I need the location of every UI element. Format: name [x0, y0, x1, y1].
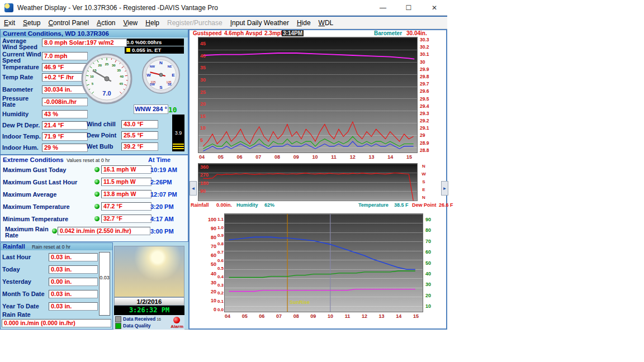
month-to-date-label: Month To Date [2, 291, 45, 297]
max-temperature-value: 47.2 °F [101, 202, 151, 211]
tick-label: 15 [406, 154, 412, 161]
menu-wdl[interactable]: WDL [315, 17, 338, 28]
menu-hide[interactable]: Hide [293, 17, 315, 28]
menu-help[interactable]: Help [141, 17, 163, 28]
tick-label: N [420, 164, 427, 169]
wind-direction-chart-svg [198, 164, 418, 201]
last-hour-value: 0.03 in. [49, 253, 98, 261]
direction-letter-ticks: NWSEN [420, 163, 427, 201]
tick-label: 28.9 [420, 140, 437, 146]
menu-view[interactable]: View [119, 17, 141, 28]
scroll-right-button[interactable]: ► [441, 181, 448, 196]
tick-label: 30 [204, 280, 216, 285]
menu-exit[interactable]: Exit [0, 17, 19, 28]
tick-label: 30 [420, 59, 437, 65]
dew-point-footer-value: 26.6 F [439, 202, 453, 208]
menu-control-panel[interactable]: Control Panel [44, 17, 93, 28]
min-temperature-time: 4:17 AM [150, 216, 174, 222]
svg-text:10: 10 [90, 75, 94, 78]
tick-label: 13 [368, 154, 374, 161]
tick-label: 0.6 [216, 258, 224, 263]
tick-label: 13 [379, 313, 385, 320]
wind-chill-value: 43.0 °F [121, 120, 158, 128]
tick-label: 06 [237, 154, 243, 161]
tick-label: 14 [387, 154, 393, 161]
tick-label: 29.7 [420, 81, 437, 87]
minimize-button[interactable]: — [370, 0, 396, 16]
humidity-value: 43 % [42, 110, 88, 118]
rainfall-title: Rainfall [3, 243, 25, 250]
indoor-temp-label: Indoor Temp. [2, 134, 41, 140]
maximize-button[interactable]: ☐ [396, 0, 422, 16]
indoor-hum-value: 29 % [42, 144, 88, 152]
wind-chill-label: Wind chill [87, 121, 116, 127]
status-led [94, 204, 100, 209]
svg-text:40: 40 [120, 75, 124, 78]
menu-action[interactable]: Action [93, 17, 119, 28]
max-average-time: 12:07 PM [150, 191, 177, 198]
charts-panel: Gustspeed 4.6mph Avspd 2.3mph 3:14PM Bar… [188, 29, 447, 330]
solar-bar-value: 3.9 [172, 130, 184, 136]
series-wind-direction [203, 173, 413, 202]
current-conditions-header: Current Conditions, WD 10.37R306 [1, 30, 188, 37]
series-barometer [203, 53, 414, 59]
tick-label: 0.3 [216, 283, 224, 288]
wind-barometer-chart-svg [198, 37, 418, 153]
humidity-footer-value: 62% [264, 202, 274, 208]
tick-label: 30 [200, 77, 211, 83]
month-to-date-value: 0.03 in. [49, 290, 98, 298]
wind-speed-dial-gauge: 510152025303540457.0 [81, 53, 132, 104]
solar-bar-stripe [173, 148, 184, 149]
menu-setup[interactable]: Setup [19, 17, 44, 28]
tick-label: 0.2 [216, 290, 224, 296]
today-label: Today [2, 266, 20, 273]
gust-legend-label: Gustspeed [193, 30, 222, 36]
alarm-indicator-icon[interactable] [173, 317, 180, 323]
temp-rate-label: Temp Rate [2, 74, 41, 80]
tick-label: 20 [204, 289, 216, 294]
tick-label: 80 [204, 235, 216, 240]
year-to-date-value: 0.03 in. [49, 302, 98, 311]
sky-sun-image [114, 246, 184, 297]
series-temperature [229, 271, 415, 278]
tick-label: 29.8 [420, 74, 437, 79]
status-area: Data Received 16 Data Quality Alarm [114, 315, 184, 330]
status-led [52, 228, 57, 234]
tick-label: 30.3 [420, 37, 437, 42]
tick-label: 14 [396, 313, 401, 320]
status-led [94, 216, 100, 221]
rainfall-subtitle: Rain reset at 0 hr [32, 244, 70, 250]
tick-label: 29.6 [420, 88, 437, 94]
min-temperature-label: Minimum Temperature [3, 216, 68, 222]
tick-label: 30 [425, 282, 438, 287]
led-readout: 10 [168, 106, 177, 114]
tick-label: 70 [204, 244, 216, 249]
indoor-temp-value: 71.9 °F [42, 132, 88, 141]
menu-input-daily-weather[interactable]: Input Daily Weather [226, 17, 293, 28]
scroll-left-button[interactable]: ◄ [190, 181, 197, 196]
tick-label: 0.7 [216, 250, 224, 255]
tick-label: 15 [200, 113, 211, 119]
tick-label: 45 [200, 41, 211, 46]
tick-label: 10 [204, 298, 216, 303]
tick-label: W [420, 172, 427, 177]
dew-depression-label: Dew Pt Depr. [2, 122, 41, 128]
svg-text:135: 135 [166, 80, 171, 84]
temperature-axis-ticks: 908070605040302010 [425, 213, 438, 312]
svg-text:E: E [172, 73, 175, 78]
rainfall-footer-value: 0.00in. [216, 202, 232, 208]
tick-label: 0.0 [216, 307, 224, 312]
tick-label: 06 [259, 313, 264, 320]
tick-label: 40 [204, 271, 216, 277]
tick-label: 1.1 [216, 217, 224, 222]
data-quality-indicator-icon [115, 323, 121, 329]
tick-label: 05 [242, 313, 248, 320]
solar-bar-stripe [173, 146, 184, 147]
temperature-footer-label: Temperature [358, 202, 389, 208]
wet-bulb-label: Wet Bulb [87, 144, 113, 150]
barometer-legend-value: 30.04in. [406, 30, 427, 36]
close-button[interactable]: ✕ [422, 0, 447, 16]
tick-label: 90 [204, 226, 216, 231]
dew-point-label: Dew Point [87, 132, 116, 139]
status-led [94, 179, 100, 184]
